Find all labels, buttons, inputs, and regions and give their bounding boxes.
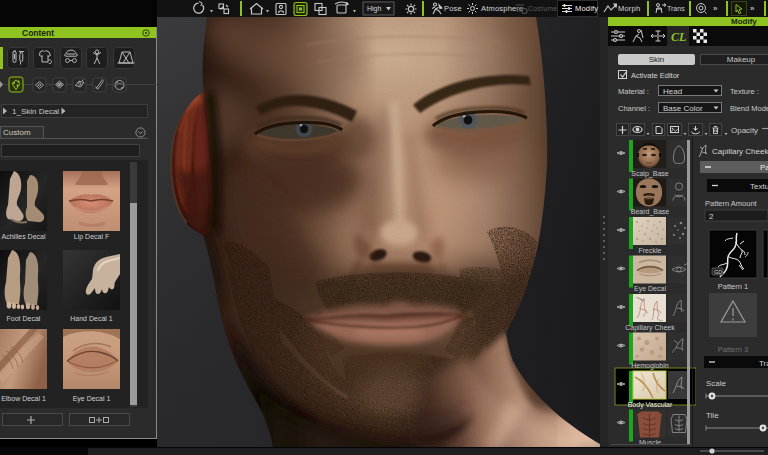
svg-text:Textur: Textur <box>750 182 768 191</box>
svg-text:Eye Decal: Eye Decal <box>634 285 666 293</box>
svg-text:GD: GD <box>714 269 722 275</box>
svg-text:High: High <box>367 5 382 13</box>
svg-text:Capillary Cheek: Capillary Cheek <box>625 324 675 332</box>
svg-text:Pa: Pa <box>760 163 768 172</box>
svg-text:Tile: Tile <box>706 411 719 420</box>
svg-text:Scale: Scale <box>706 379 727 388</box>
svg-text:Scalp_Base: Scalp_Base <box>631 170 668 178</box>
svg-text:Capillary Cheek: Capillary Cheek <box>712 147 768 156</box>
svg-text:Pattern Amount: Pattern Amount <box>705 199 758 208</box>
svg-text:Body Vascular: Body Vascular <box>628 401 673 409</box>
svg-text:Pattern 1: Pattern 1 <box>718 282 748 291</box>
svg-text:2: 2 <box>709 212 714 221</box>
svg-text:Beard_Base: Beard_Base <box>631 208 670 216</box>
svg-text:Tra: Tra <box>759 359 768 368</box>
svg-text:CL: CL <box>671 30 686 44</box>
svg-text:Hemoglobin: Hemoglobin <box>631 362 668 370</box>
svg-text:Freckle: Freckle <box>639 247 662 254</box>
svg-text:Pattern 3: Pattern 3 <box>718 345 748 354</box>
svg-text:Opacity: Opacity <box>731 126 758 135</box>
